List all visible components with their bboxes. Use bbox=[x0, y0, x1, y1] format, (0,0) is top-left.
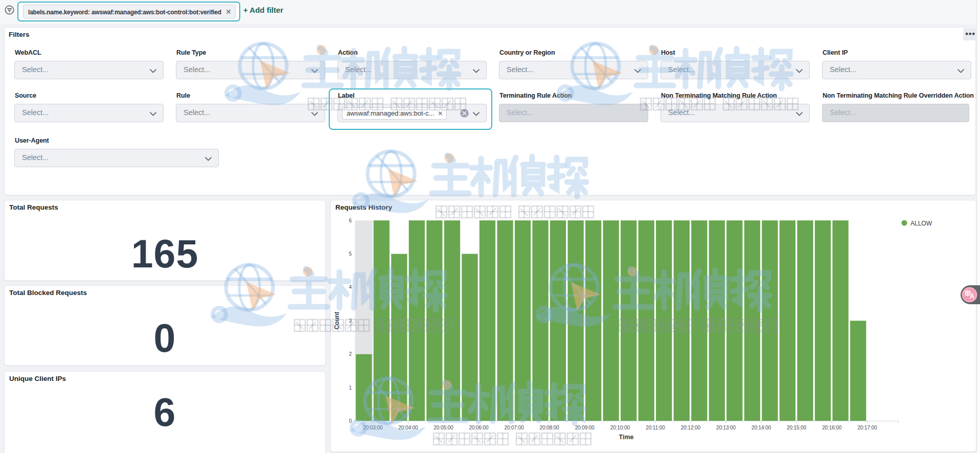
svg-text:20:13:00: 20:13:00 bbox=[716, 425, 736, 431]
svg-text:20:14:00: 20:14:00 bbox=[751, 425, 771, 431]
svg-text:1: 1 bbox=[349, 385, 352, 391]
svg-text:20:06:00: 20:06:00 bbox=[469, 425, 489, 431]
svg-text:ALLOW: ALLOW bbox=[910, 220, 932, 227]
svg-text:20:07:00: 20:07:00 bbox=[505, 425, 525, 431]
svg-text:6: 6 bbox=[349, 218, 352, 223]
svg-text:20:12:00: 20:12:00 bbox=[681, 425, 701, 431]
svg-text:20:08:00: 20:08:00 bbox=[540, 425, 560, 431]
svg-text:20:10:00: 20:10:00 bbox=[610, 425, 630, 431]
svg-text:3: 3 bbox=[349, 318, 352, 324]
svg-text:Time: Time bbox=[619, 434, 634, 441]
svg-text:20:11:00: 20:11:00 bbox=[646, 425, 665, 431]
svg-text:20:16:00: 20:16:00 bbox=[822, 425, 842, 431]
svg-text:Count: Count bbox=[333, 312, 340, 330]
svg-text:20:09:00: 20:09:00 bbox=[575, 425, 595, 431]
svg-text:20:17:00: 20:17:00 bbox=[857, 425, 877, 431]
svg-text:4: 4 bbox=[349, 284, 352, 290]
svg-text:20:03:00: 20:03:00 bbox=[363, 425, 383, 431]
svg-text:2: 2 bbox=[349, 351, 352, 357]
svg-text:5: 5 bbox=[349, 251, 352, 257]
svg-text:20:15:00: 20:15:00 bbox=[787, 425, 807, 431]
svg-text:0: 0 bbox=[349, 418, 352, 424]
svg-text:20:05:00: 20:05:00 bbox=[434, 425, 453, 431]
svg-text:20:04:00: 20:04:00 bbox=[398, 425, 418, 431]
